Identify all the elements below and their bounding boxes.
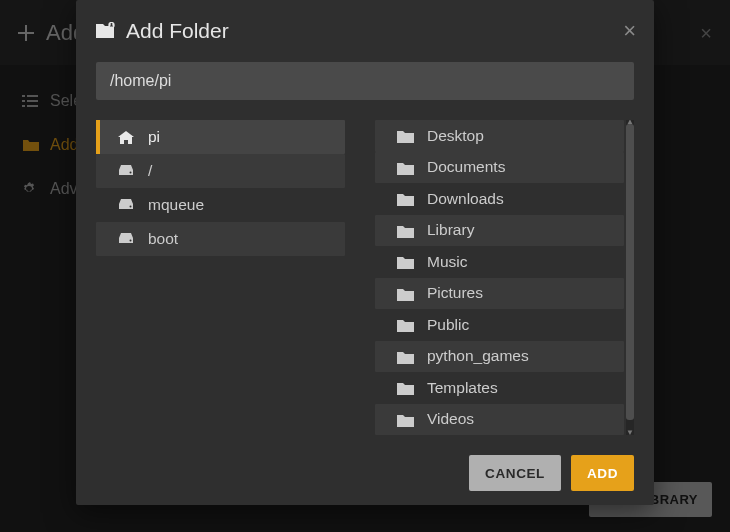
- folder-item-library[interactable]: Library: [375, 215, 624, 247]
- close-icon[interactable]: ×: [623, 20, 636, 42]
- location-label: pi: [148, 128, 160, 146]
- modal-footer: CANCEL ADD: [76, 441, 654, 505]
- scroll-down-icon[interactable]: ▼: [626, 429, 634, 435]
- folder-browser: pi/mqueueboot DesktopDocumentsDownloadsL…: [96, 120, 634, 435]
- location-label: /: [148, 162, 152, 180]
- folder-label: Library: [427, 221, 474, 239]
- modal-header: Add Folder ×: [76, 0, 654, 62]
- folder-label: Public: [427, 316, 469, 334]
- folder-list: DesktopDocumentsDownloadsLibraryMusicPic…: [375, 120, 634, 435]
- folder-badge-icon: [96, 22, 116, 40]
- folder-icon: [397, 286, 415, 301]
- folder-icon: [397, 254, 415, 269]
- location-item-pi[interactable]: pi: [96, 120, 345, 154]
- folder-icon: [397, 128, 415, 143]
- location-list: pi/mqueueboot: [96, 120, 345, 435]
- folder-item-downloads[interactable]: Downloads: [375, 183, 624, 215]
- folder-item-public[interactable]: Public: [375, 309, 624, 341]
- folder-label: Pictures: [427, 284, 483, 302]
- folder-icon: [397, 191, 415, 206]
- folder-item-pythongames[interactable]: python_games: [375, 341, 624, 373]
- folder-label: Music: [427, 253, 467, 271]
- folder-item-videos[interactable]: Videos: [375, 404, 624, 436]
- folder-icon: [397, 223, 415, 238]
- drive-icon: [118, 198, 136, 212]
- folder-label: Documents: [427, 158, 505, 176]
- folder-item-templates[interactable]: Templates: [375, 372, 624, 404]
- location-item-boot[interactable]: boot: [96, 222, 345, 256]
- folder-item-pictures[interactable]: Pictures: [375, 278, 624, 310]
- cancel-button[interactable]: CANCEL: [469, 455, 561, 491]
- modal-title: Add Folder: [126, 19, 229, 43]
- add-button[interactable]: ADD: [571, 455, 634, 491]
- folder-icon: [397, 317, 415, 332]
- folder-item-desktop[interactable]: Desktop: [375, 120, 624, 152]
- folder-icon: [397, 160, 415, 175]
- location-label: mqueue: [148, 196, 204, 214]
- drive-icon: [118, 164, 136, 178]
- scroll-thumb[interactable]: [626, 124, 634, 420]
- scrollbar[interactable]: ▲ ▼: [626, 120, 634, 435]
- folder-label: Videos: [427, 410, 474, 428]
- folder-icon: [397, 380, 415, 395]
- folder-item-music[interactable]: Music: [375, 246, 624, 278]
- folder-item-documents[interactable]: Documents: [375, 152, 624, 184]
- location-item-mqueue[interactable]: mqueue: [96, 188, 345, 222]
- drive-icon: [118, 232, 136, 246]
- location-item-root[interactable]: /: [96, 154, 345, 188]
- folder-icon: [397, 349, 415, 364]
- folder-label: Templates: [427, 379, 498, 397]
- home-icon: [118, 130, 136, 144]
- add-folder-modal: Add Folder × pi/mqueueboot DesktopDocume…: [76, 0, 654, 505]
- folder-label: Desktop: [427, 127, 484, 145]
- folder-label: Downloads: [427, 190, 504, 208]
- path-input[interactable]: [96, 62, 634, 100]
- modal-body: pi/mqueueboot DesktopDocumentsDownloadsL…: [76, 62, 654, 441]
- location-label: boot: [148, 230, 178, 248]
- folder-label: python_games: [427, 347, 529, 365]
- folder-icon: [397, 412, 415, 427]
